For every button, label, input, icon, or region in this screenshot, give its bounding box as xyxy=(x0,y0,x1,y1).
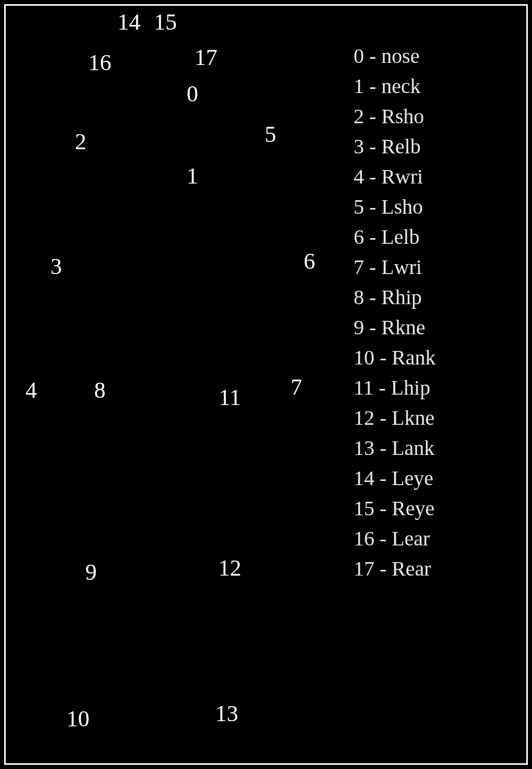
diagram-frame xyxy=(4,4,528,765)
keypoint-16: 16 xyxy=(88,49,111,76)
keypoint-5: 5 xyxy=(265,121,276,148)
legend-item-1: 1 - neck xyxy=(354,72,436,101)
keypoint-17: 17 xyxy=(194,44,217,71)
legend-item-12: 12 - Lkne xyxy=(354,403,436,433)
keypoint-2: 2 xyxy=(75,128,86,155)
legend-item-2: 2 - Rsho xyxy=(354,102,436,131)
legend-item-9: 9 - Rkne xyxy=(354,313,436,342)
keypoint-7: 7 xyxy=(291,374,302,400)
keypoint-3: 3 xyxy=(50,253,62,280)
keypoint-4: 4 xyxy=(25,377,37,403)
legend-item-6: 6 - Lelb xyxy=(354,223,436,252)
legend-item-5: 5 - Lsho xyxy=(354,192,436,221)
keypoint-11: 11 xyxy=(219,384,241,411)
keypoint-10: 10 xyxy=(67,706,89,732)
keypoint-15: 15 xyxy=(154,9,177,35)
legend-item-7: 7 - Lwri xyxy=(354,253,436,282)
legend-item-15: 15 - Reye xyxy=(354,494,436,523)
keypoint-9: 9 xyxy=(85,559,97,585)
keypoint-6: 6 xyxy=(304,248,315,275)
legend-item-4: 4 - Rwri xyxy=(354,162,436,191)
keypoint-1: 1 xyxy=(187,163,198,189)
legend-item-10: 10 - Rank xyxy=(354,343,436,372)
keypoint-8: 8 xyxy=(94,377,106,403)
legend-item-3: 3 - Relb xyxy=(354,132,436,161)
legend-item-14: 14 - Leye xyxy=(354,464,436,493)
legend-item-0: 0 - nose xyxy=(354,42,436,71)
legend-item-8: 8 - Rhip xyxy=(354,283,436,312)
legend-item-17: 17 - Rear xyxy=(354,554,436,583)
legend-item-16: 16 - Lear xyxy=(354,524,436,553)
keypoint-legend: 0 - nose 1 - neck 2 - Rsho 3 - Relb 4 - … xyxy=(354,42,436,584)
keypoint-13: 13 xyxy=(215,700,238,727)
keypoint-12: 12 xyxy=(218,555,241,581)
keypoint-14: 14 xyxy=(118,9,140,35)
keypoint-0: 0 xyxy=(187,81,198,107)
legend-item-13: 13 - Lank xyxy=(354,434,436,463)
legend-item-11: 11 - Lhip xyxy=(354,373,436,402)
